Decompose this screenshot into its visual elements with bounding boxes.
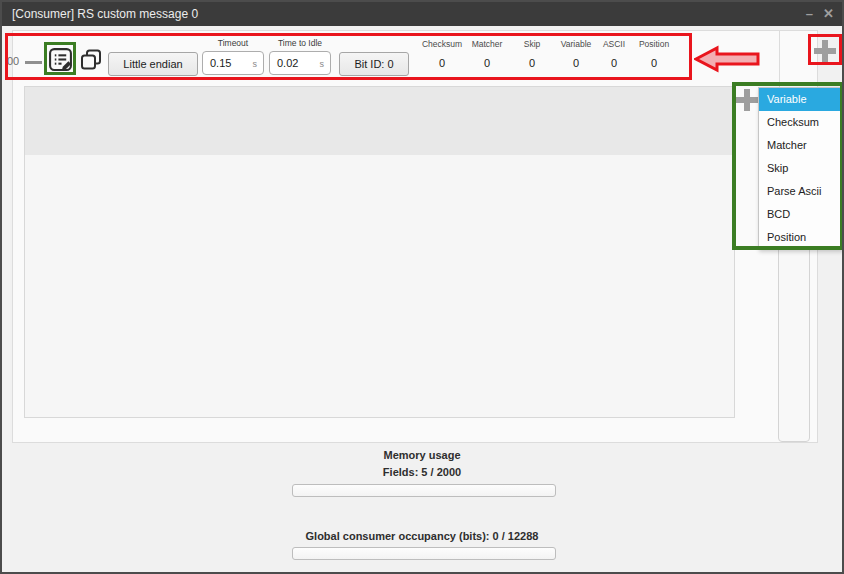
- title-bar: [Consumer] RS custom message 0 – ✕: [2, 2, 842, 26]
- dropdown-item-parse-ascii[interactable]: Parse Ascii: [759, 180, 841, 203]
- time-to-idle-value: 0.02: [277, 57, 298, 69]
- memory-usage-title: Memory usage: [2, 449, 842, 461]
- time-to-idle-label: Time to Idle: [269, 38, 331, 48]
- fields-list-area[interactable]: [24, 86, 735, 418]
- arrow-annotation: [694, 45, 760, 77]
- dropdown-item-skip[interactable]: Skip: [759, 157, 841, 180]
- add-field-icon[interactable]: [814, 40, 836, 62]
- fields-list-header-strip: [25, 87, 734, 155]
- message-row-index: 00: [7, 55, 19, 67]
- add-dropdown-icon[interactable]: [736, 89, 758, 111]
- fields-count-label: Fields: 5 / 2000: [2, 466, 842, 478]
- dropdown-item-position[interactable]: Position: [759, 226, 841, 249]
- dropdown-item-matcher[interactable]: Matcher: [759, 134, 841, 157]
- stat-value: 0: [626, 57, 682, 69]
- timeout-value: 0.15: [210, 57, 231, 69]
- timeout-input[interactable]: 0.15 s: [202, 51, 264, 75]
- timeout-unit: s: [253, 59, 258, 69]
- little-endian-button[interactable]: Little endian: [108, 52, 198, 76]
- time-to-idle-unit: s: [320, 59, 325, 69]
- bit-id-button[interactable]: Bit ID: 0: [339, 52, 409, 76]
- dropdown-item-bcd[interactable]: BCD: [759, 203, 841, 226]
- window-title: [Consumer] RS custom message 0: [12, 2, 198, 26]
- row-connector-line: [25, 61, 42, 64]
- minimize-icon[interactable]: –: [806, 2, 813, 26]
- stat-label: Position: [626, 39, 682, 49]
- toolbar-separator: [779, 31, 780, 90]
- copy-icon[interactable]: [79, 48, 103, 72]
- dropdown-item-variable[interactable]: Variable: [759, 88, 841, 111]
- window-controls: – ✕: [806, 2, 834, 26]
- fields-progress-bar: [292, 484, 556, 497]
- close-icon[interactable]: ✕: [823, 2, 834, 26]
- global-progress-bar: [292, 547, 556, 560]
- edit-fields-icon[interactable]: [48, 47, 73, 72]
- time-to-idle-input[interactable]: 0.02 s: [269, 51, 331, 75]
- stat-position: Position 0: [626, 39, 682, 69]
- global-occupancy-label: Global consumer occupancy (bits): 0 / 12…: [2, 530, 842, 542]
- dropdown-item-checksum[interactable]: Checksum: [759, 111, 841, 134]
- field-type-dropdown: Variable Checksum Matcher Skip Parse Asc…: [758, 87, 842, 250]
- timeout-label: Timeout: [202, 38, 264, 48]
- app-window: [Consumer] RS custom message 0 – ✕ 00 Li…: [0, 0, 844, 574]
